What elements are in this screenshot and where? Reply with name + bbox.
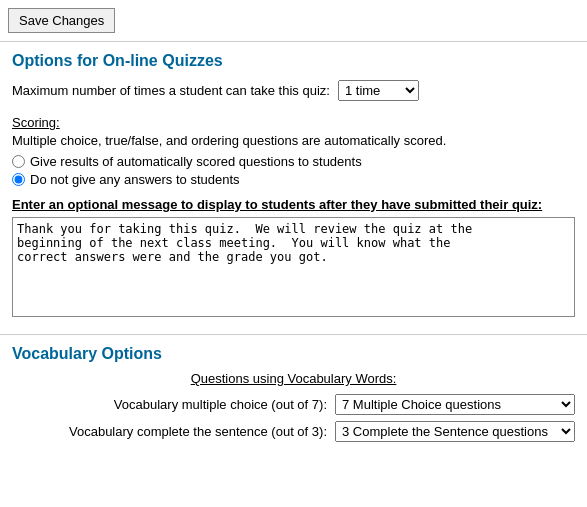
radio-give-results[interactable] — [12, 155, 25, 168]
radio-no-answers[interactable] — [12, 173, 25, 186]
vocab-complete-select[interactable]: 3 Complete the Sentence questions 2 Comp… — [335, 421, 575, 442]
optional-msg-textarea[interactable] — [12, 217, 575, 317]
radio-give-results-label: Give results of automatically scored que… — [30, 154, 362, 169]
radio-row-noanswers: Do not give any answers to students — [12, 172, 575, 187]
save-button[interactable]: Save Changes — [8, 8, 115, 33]
quiz-options-section: Options for On-line Quizzes Maximum numb… — [0, 42, 587, 335]
radio-row-results: Give results of automatically scored que… — [12, 154, 575, 169]
vocab-multiple-choice-row: Vocabulary multiple choice (out of 7): 7… — [12, 394, 575, 415]
radio-no-answers-label: Do not give any answers to students — [30, 172, 240, 187]
top-bar: Save Changes — [0, 0, 587, 42]
scoring-label: Scoring: — [12, 115, 575, 130]
max-times-row: Maximum number of times a student can ta… — [12, 80, 575, 101]
max-times-label: Maximum number of times a student can ta… — [12, 83, 330, 98]
vocab-options-title: Vocabulary Options — [12, 345, 575, 363]
vocab-complete-row: Vocabulary complete the sentence (out of… — [12, 421, 575, 442]
optional-msg-label: Enter an optional message to display to … — [12, 197, 575, 212]
vocab-options-section: Vocabulary Options Questions using Vocab… — [0, 335, 587, 462]
scoring-desc: Multiple choice, true/false, and orderin… — [12, 133, 575, 148]
vocab-multiple-choice-label: Vocabulary multiple choice (out of 7): — [12, 397, 327, 412]
quiz-options-title: Options for On-line Quizzes — [12, 52, 575, 70]
max-times-select[interactable]: 1 time 2 times 3 times Unlimited — [338, 80, 419, 101]
vocab-questions-label: Questions using Vocabulary Words: — [12, 371, 575, 386]
vocab-multiple-choice-select[interactable]: 7 Multiple Choice questions 6 Multiple C… — [335, 394, 575, 415]
vocab-complete-label: Vocabulary complete the sentence (out of… — [12, 424, 327, 439]
